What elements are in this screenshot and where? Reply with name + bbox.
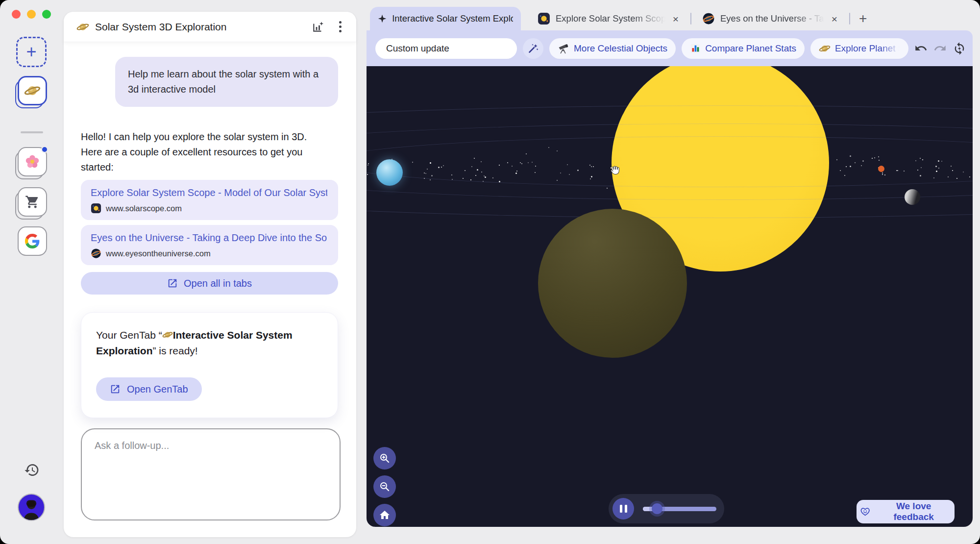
- followup-input[interactable]: [94, 439, 328, 510]
- plus-icon: +: [26, 43, 36, 61]
- window-controls: [12, 10, 51, 19]
- insights-export-icon[interactable]: [312, 21, 324, 33]
- gentab-toolbar: More Celestial Objects Compare Planet St…: [367, 30, 973, 66]
- notification-dot: [41, 146, 48, 153]
- sun-favicon: [91, 203, 101, 214]
- solar-system-canvas[interactable]: We love feedback: [367, 66, 973, 527]
- tab-label: Interactive Solar System Explor...: [392, 13, 513, 24]
- redo-icon: [933, 42, 947, 55]
- open-gentab-button[interactable]: Open GenTab: [96, 377, 202, 401]
- magic-wand-button[interactable]: [523, 38, 543, 59]
- red-planet[interactable]: [878, 166, 884, 172]
- history-icon: [24, 462, 40, 478]
- link-url: www.solarscope.com: [106, 204, 182, 213]
- google-icon: [25, 234, 40, 248]
- saturn-icon: [162, 329, 173, 340]
- home-icon: [379, 509, 391, 521]
- open-gentab-label: Open GenTab: [127, 384, 188, 395]
- redo-button[interactable]: [933, 42, 947, 55]
- app-window: +: [0, 0, 980, 544]
- assistant-message: Hello! I can help you explore the solar …: [81, 129, 328, 175]
- pill-label: Explore Planet Surfac: [835, 43, 900, 54]
- feedback-button[interactable]: We love feedback: [857, 500, 955, 523]
- sidebar-divider: [21, 131, 43, 133]
- planet-favicon: [702, 12, 715, 25]
- gentab-message: Your GenTab “Interactive Solar System Ex…: [96, 327, 323, 359]
- user-message-bubble: Help me learn about the solar system wit…: [115, 57, 338, 107]
- telescope-icon: [558, 43, 569, 54]
- link-card[interactable]: Explore Solar System Scope - Model of Ou…: [81, 180, 338, 220]
- cart-icon: [25, 195, 40, 209]
- open-all-label: Open all in tabs: [184, 278, 252, 289]
- custom-update-input[interactable]: [375, 38, 517, 59]
- zoom-window-button[interactable]: [42, 10, 51, 19]
- refresh-sparkle-icon: [953, 42, 966, 55]
- tab-interactive-solar-system[interactable]: Interactive Solar System Explor...: [370, 7, 521, 30]
- slider-thumb[interactable]: [652, 503, 662, 514]
- close-tab-icon[interactable]: ×: [831, 14, 838, 24]
- zoom-in-button[interactable]: [373, 447, 396, 470]
- gray-planet[interactable]: [905, 189, 920, 205]
- gentab-card: Your GenTab “Interactive Solar System Ex…: [81, 312, 338, 418]
- speed-slider[interactable]: [643, 507, 716, 511]
- more-celestial-objects-button[interactable]: More Celestial Objects: [549, 38, 676, 59]
- sidebar-item-solar-system[interactable]: [18, 76, 47, 105]
- close-tab-icon[interactable]: ×: [672, 14, 680, 24]
- tab-separator: [849, 13, 850, 25]
- link-title[interactable]: Explore Solar System Scope - Model of Ou…: [91, 187, 327, 198]
- blue-planet[interactable]: [376, 159, 403, 186]
- reset-view-button[interactable]: [373, 504, 396, 526]
- tab-separator: [690, 13, 691, 25]
- undo-button[interactable]: [914, 42, 928, 55]
- new-tab-button[interactable]: +: [853, 12, 873, 25]
- pill-label: More Celestial Objects: [574, 43, 667, 54]
- chat-header: Solar System 3D Exploration: [64, 12, 356, 42]
- open-all-in-tabs-button[interactable]: Open all in tabs: [81, 272, 338, 295]
- tab-eyes-on-universe[interactable]: Eyes on the Universe - Taking ×: [694, 7, 846, 30]
- sidebar: +: [0, 0, 64, 544]
- grab-cursor-icon: [608, 163, 621, 176]
- explore-planet-surfaces-button[interactable]: Explore Planet Surfac: [810, 38, 908, 59]
- heart-smile-icon: [859, 506, 871, 518]
- sidebar-item-shopping[interactable]: [18, 187, 47, 217]
- pause-icon: [625, 505, 627, 513]
- tab-strip: Interactive Solar System Explor... Explo…: [367, 7, 973, 30]
- minimize-window-button[interactable]: [27, 10, 36, 19]
- gentab-suffix: ” is ready!: [153, 345, 198, 356]
- chat-messages: Help me learn about the solar system wit…: [64, 42, 356, 418]
- open-in-new-icon: [110, 384, 121, 395]
- pause-button[interactable]: [612, 498, 634, 519]
- sun-favicon: [538, 12, 550, 25]
- regenerate-button[interactable]: [953, 42, 966, 55]
- compare-planet-stats-button[interactable]: Compare Planet Stats: [682, 38, 805, 59]
- chat-panel: Solar System 3D Exploration Help me lear…: [64, 12, 356, 537]
- history-button[interactable]: [24, 462, 40, 478]
- sidebar-item-flower[interactable]: [18, 147, 47, 176]
- tab-solar-system-scope[interactable]: Explore Solar System Scope - ×: [530, 7, 687, 30]
- followup-input-wrapper: [81, 428, 341, 520]
- saturn-icon: [24, 82, 41, 99]
- sidebar-item-google[interactable]: [18, 226, 47, 256]
- overflow-menu-button[interactable]: [337, 19, 343, 34]
- bar-chart-icon: [690, 43, 701, 54]
- spark-star-icon: [378, 14, 387, 24]
- link-title[interactable]: Eyes on the Universe - Taking a Deep Div…: [91, 232, 327, 244]
- close-window-button[interactable]: [12, 10, 21, 19]
- gentab-prefix: Your GenTab “: [96, 329, 162, 341]
- pause-icon: [620, 505, 622, 513]
- saturn-icon: [819, 43, 831, 54]
- link-card[interactable]: Eyes on the Universe - Taking a Deep Div…: [81, 225, 338, 265]
- avatar-person: [19, 498, 44, 520]
- new-session-button[interactable]: +: [16, 37, 47, 67]
- undo-icon: [914, 42, 928, 55]
- zoom-out-button[interactable]: [373, 475, 396, 498]
- browser-panel: Interactive Solar System Explor... Explo…: [367, 0, 973, 544]
- zoom-out-icon: [379, 481, 391, 493]
- open-in-new-icon: [167, 278, 178, 289]
- foreground-dark-planet[interactable]: [538, 209, 687, 358]
- user-avatar[interactable]: [18, 494, 45, 521]
- orbit-line: [367, 136, 973, 187]
- chat-title: Solar System 3D Exploration: [95, 21, 226, 33]
- tab-label: Eyes on the Universe - Taking: [720, 13, 825, 24]
- feedback-label: We love feedback: [876, 501, 952, 522]
